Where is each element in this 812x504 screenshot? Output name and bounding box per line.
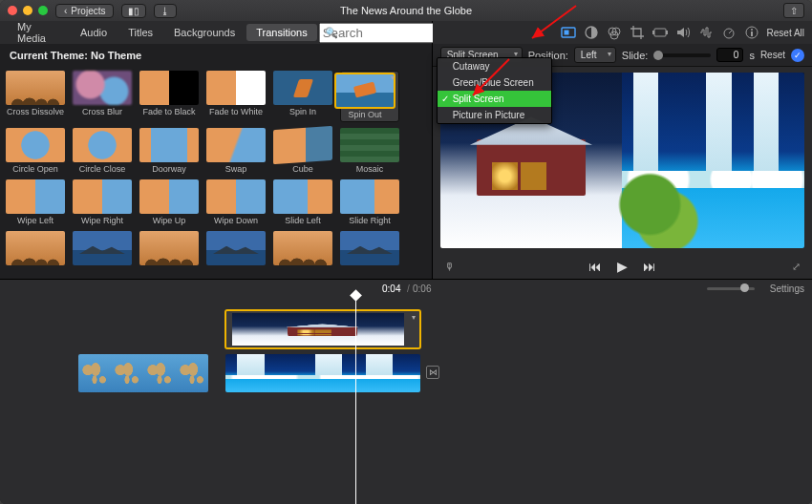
transition-label: Doorway	[152, 164, 186, 174]
playhead[interactable]	[355, 297, 356, 504]
fullscreen-icon[interactable]: ⤢	[792, 261, 801, 273]
zoom-window-button[interactable]	[38, 6, 48, 15]
crop-icon[interactable]	[630, 25, 645, 40]
theme-label: Current Theme: No Theme	[0, 44, 432, 67]
transition-preview	[206, 231, 266, 265]
transition-label: Fade to White	[209, 107, 263, 116]
slide-unit: s	[749, 50, 755, 61]
transition-thumb[interactable]: Spin In	[273, 71, 332, 122]
transition-thumb[interactable]	[73, 231, 132, 267]
transition-thumb[interactable]: Wipe Left	[6, 179, 65, 225]
tab-my-media[interactable]: My Media	[8, 18, 69, 47]
transition-thumb[interactable]: Cross Dissolve	[6, 71, 65, 122]
back-to-projects-button[interactable]: ‹ Projects	[55, 4, 114, 18]
svg-rect-8	[666, 31, 668, 34]
transition-thumb[interactable]: Doorway	[139, 128, 199, 174]
transition-thumb[interactable]: Fade to Black	[139, 71, 199, 122]
svg-rect-6	[654, 29, 666, 36]
transition-label: Cross Blur	[82, 107, 122, 116]
transition-preview	[73, 128, 132, 162]
tab-backgrounds[interactable]: Backgrounds	[164, 24, 245, 41]
voiceover-icon[interactable]: 🎙	[444, 261, 455, 272]
transition-well-icon[interactable]: ⋈	[426, 366, 439, 379]
search-icon: 🔍	[325, 27, 338, 39]
tab-transitions[interactable]: Transitions	[246, 24, 316, 41]
play-button[interactable]: ▶	[617, 259, 628, 274]
playhead-time: 0:04	[382, 284, 400, 294]
color-correction-icon[interactable]	[607, 25, 622, 40]
transition-thumb[interactable]: Slide Right	[340, 179, 399, 225]
share-button[interactable]: ⇧	[783, 3, 804, 18]
overlay-mode-menu: CutawayGreen/Blue ScreenSplit ScreenPict…	[437, 57, 552, 124]
chevron-left-icon: ‹	[64, 6, 67, 16]
transition-label: Cube	[292, 164, 313, 174]
transition-preview	[139, 128, 199, 162]
transition-preview	[335, 74, 395, 108]
primary-clip[interactable]	[78, 354, 208, 392]
overlay-menu-item[interactable]: Split Screen	[438, 91, 551, 107]
tab-titles[interactable]: Titles	[118, 24, 162, 41]
transition-preview	[340, 179, 399, 214]
transition-thumb[interactable]: Cross Blur	[73, 71, 132, 122]
minimize-window-button[interactable]	[23, 6, 32, 15]
transition-thumb[interactable]: Cube	[273, 128, 332, 174]
transition-label: Wipe Down	[214, 216, 258, 225]
stabilize-icon[interactable]	[652, 25, 668, 40]
window-controls	[8, 6, 48, 15]
transition-thumb[interactable]: Circle Open	[6, 128, 65, 174]
overlay-menu-item[interactable]: Picture in Picture	[438, 107, 551, 123]
transition-thumb[interactable]	[6, 231, 65, 267]
transition-thumb[interactable]	[340, 231, 399, 267]
transition-label: Spin Out	[348, 110, 381, 119]
transition-label: Wipe Right	[81, 216, 123, 225]
transition-preview	[6, 179, 65, 214]
transition-label: Spin In	[289, 107, 316, 116]
overlay-menu-item[interactable]: Green/Blue Screen	[438, 74, 551, 91]
apply-check-icon[interactable]: ✓	[791, 49, 804, 62]
prev-button[interactable]: ⏮	[588, 259, 602, 274]
connected-clip[interactable]	[225, 310, 420, 348]
reset-all-button[interactable]: Reset All	[767, 28, 804, 38]
titlebar: ‹ Projects ▮▯ ⭳ The News Around the Glob…	[0, 0, 812, 21]
position-select[interactable]: Left	[574, 47, 616, 63]
time-separator: /	[407, 284, 410, 294]
slide-value-field[interactable]: 0	[716, 48, 743, 62]
info-icon[interactable]	[744, 25, 759, 40]
tab-audio[interactable]: Audio	[71, 24, 117, 41]
transition-thumb[interactable]: Fade to White	[206, 71, 266, 122]
noise-reduction-icon[interactable]	[698, 25, 714, 40]
speed-icon[interactable]	[721, 25, 737, 40]
transition-thumb[interactable]: Mosaic	[340, 128, 399, 174]
preview-right-clip	[622, 73, 804, 248]
transition-thumb[interactable]: Swap	[206, 128, 266, 174]
transition-thumb[interactable]: Slide Left	[273, 179, 332, 225]
transition-thumb[interactable]: Wipe Right	[73, 179, 132, 225]
transition-preview	[340, 128, 399, 162]
transition-thumb[interactable]: Circle Close	[73, 128, 132, 174]
overlay-settings-icon[interactable]	[561, 25, 576, 40]
color-balance-icon[interactable]	[584, 25, 599, 40]
transition-thumb[interactable]	[206, 231, 266, 267]
transition-preview	[206, 179, 266, 214]
primary-clip[interactable]	[225, 354, 420, 392]
transition-preview	[73, 71, 132, 105]
reset-button[interactable]: Reset	[760, 50, 785, 60]
library-toggle-button[interactable]: ▮▯	[121, 4, 146, 18]
timeline[interactable]: ⋈	[0, 297, 812, 504]
transition-thumb[interactable]	[273, 231, 332, 267]
overlay-menu-item[interactable]: Cutaway	[438, 58, 551, 74]
timeline-zoom-slider[interactable]	[707, 287, 755, 290]
transition-thumb[interactable]: Wipe Down	[206, 179, 266, 225]
volume-icon[interactable]	[675, 25, 691, 40]
transition-preview	[340, 231, 399, 265]
transition-thumb[interactable]: Spin Out	[340, 71, 399, 122]
next-button[interactable]: ⏭	[643, 259, 656, 274]
import-button[interactable]: ⭳	[154, 4, 177, 18]
transition-thumb[interactable]	[139, 231, 199, 267]
close-window-button[interactable]	[8, 6, 17, 15]
slide-slider[interactable]	[653, 53, 711, 57]
duration-time: 0:06	[413, 284, 431, 294]
transition-label: Fade to Black	[142, 107, 195, 116]
transition-thumb[interactable]: Wipe Up	[139, 179, 199, 225]
timeline-settings-button[interactable]: Settings	[770, 284, 804, 294]
